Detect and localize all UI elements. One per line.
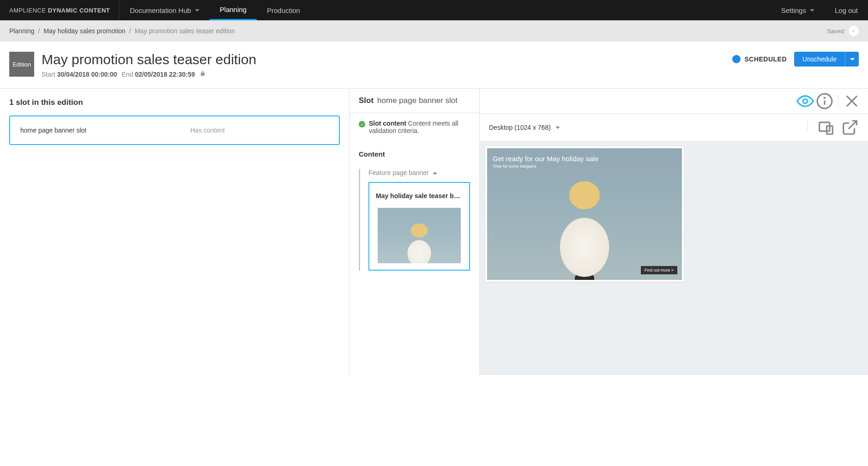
lock-icon xyxy=(199,70,206,78)
slot-card[interactable]: home page banner slot Has content xyxy=(9,115,340,145)
saved-check-icon: ✓ xyxy=(849,26,859,36)
page-title: May promotion sales teaser edition xyxy=(42,52,256,67)
edition-dates: Start 30/04/2018 00:00:00 End 02/05/2018… xyxy=(42,70,256,78)
preview-area: Get ready for our May holiday sale Time … xyxy=(480,141,868,375)
nav-documentation-hub[interactable]: Documentation Hub xyxy=(120,0,210,20)
banner-cta[interactable]: Find out more > xyxy=(641,266,677,274)
content-item-card[interactable]: May holiday sale teaser ban… xyxy=(368,182,470,271)
banner-title: Get ready for our May holiday sale xyxy=(493,155,598,163)
slot-card-name: home page banner slot xyxy=(20,127,86,134)
saved-label: Saved xyxy=(827,28,844,35)
nav-logout[interactable]: Log out xyxy=(825,0,868,20)
nav-settings[interactable]: Settings xyxy=(771,0,825,20)
edition-badge: Edition xyxy=(9,52,34,77)
check-circle-icon: ✓ xyxy=(359,121,365,127)
slot-label: Slot xyxy=(359,96,374,105)
content-item-title: May holiday sale teaser ban… xyxy=(376,192,463,200)
chevron-down-icon xyxy=(850,58,855,61)
chevron-down-icon xyxy=(810,9,814,12)
svg-point-0 xyxy=(803,99,808,103)
open-external-icon[interactable] xyxy=(841,119,859,136)
slot-name: home page banner slot xyxy=(377,96,458,105)
banner-subtitle: Time for some bargains xyxy=(493,164,536,169)
unschedule-button[interactable]: Unschedule xyxy=(794,52,845,67)
svg-point-3 xyxy=(824,97,825,98)
chevron-down-icon xyxy=(555,127,560,129)
nav-planning[interactable]: Planning xyxy=(210,0,257,20)
status-dot-icon xyxy=(732,55,741,63)
device-selector[interactable]: Desktop (1024 x 768) xyxy=(489,124,560,131)
preview-frame: Get ready for our May holiday sale Time … xyxy=(485,146,684,282)
chevron-down-icon xyxy=(195,9,199,12)
close-icon[interactable] xyxy=(843,92,861,110)
slot-content-label: Slot content xyxy=(369,120,406,127)
app-logo: AMPLIENCEDYNAMIC CONTENT xyxy=(0,0,120,20)
responsive-icon[interactable] xyxy=(817,119,835,136)
info-icon[interactable] xyxy=(816,92,833,110)
nav-production[interactable]: Production xyxy=(257,0,310,20)
chevron-up-icon xyxy=(433,172,437,174)
breadcrumb-current: May promotion sales teaser edition xyxy=(135,27,235,35)
preview-toggle-icon[interactable] xyxy=(796,92,814,110)
breadcrumb-parent[interactable]: May holiday sales promotion xyxy=(43,27,125,35)
breadcrumb-root[interactable]: Planning xyxy=(9,27,35,35)
slots-heading: 1 slot in this edition xyxy=(9,98,340,107)
slot-card-status: Has content xyxy=(190,127,225,134)
feature-banner-toggle[interactable]: Feature page banner xyxy=(367,169,470,176)
unschedule-dropdown[interactable] xyxy=(845,52,859,67)
breadcrumb: Planning / May holiday sales promotion /… xyxy=(0,20,868,42)
status-badge: SCHEDULED xyxy=(732,55,787,63)
content-heading: Content xyxy=(359,150,470,158)
svg-line-8 xyxy=(849,121,856,129)
content-item-thumbnail xyxy=(378,208,461,263)
